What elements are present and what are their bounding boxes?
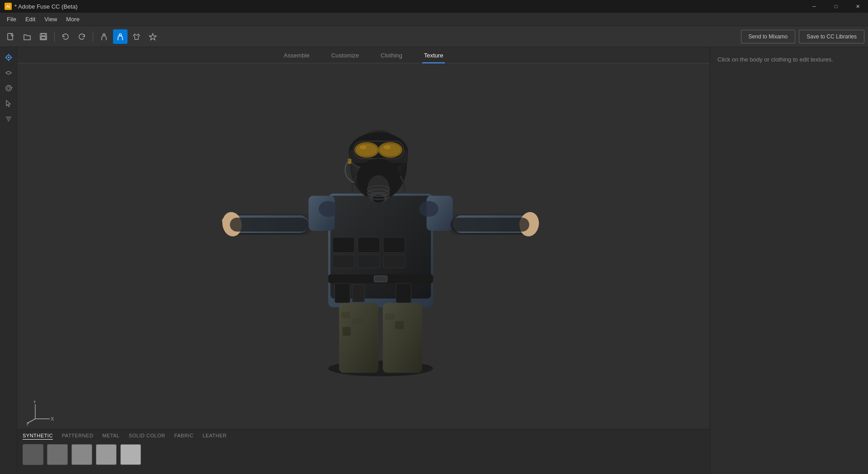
undo-button[interactable] [58, 29, 73, 44]
svg-rect-28 [358, 237, 380, 253]
rotate-icon[interactable] [2, 81, 15, 95]
svg-text:Z: Z [26, 422, 29, 426]
svg-rect-30 [333, 255, 354, 268]
svg-point-56 [356, 144, 377, 156]
svg-rect-36 [352, 284, 364, 302]
swatch-1[interactable] [23, 444, 43, 465]
left-sidebar [0, 47, 17, 474]
swatch-4[interactable] [96, 444, 117, 465]
svg-rect-47 [385, 314, 395, 320]
svg-text:Y: Y [33, 401, 37, 404]
character-model [209, 115, 552, 377]
select-icon[interactable] [2, 97, 15, 110]
toolbar: Send to Mixamo Save to CC Libraries [0, 26, 868, 47]
viewport[interactable]: Y Z X [17, 63, 710, 429]
svg-rect-48 [395, 321, 404, 329]
separator-1 [54, 31, 55, 42]
save-to-cc-button[interactable]: Save to CC Libraries [799, 30, 864, 43]
maximize-button[interactable]: □ [826, 0, 846, 13]
snap-icon[interactable] [2, 51, 15, 64]
send-to-mixamo-button[interactable]: Send to Mixamo [741, 30, 796, 43]
menu-more[interactable]: More [61, 14, 84, 24]
texture-tab-fabric[interactable]: FABRIC [174, 433, 193, 440]
texture-tab-patterned[interactable]: PATTERNED [62, 433, 94, 440]
tab-clothing[interactable]: Clothing [379, 48, 404, 63]
svg-rect-40 [230, 218, 309, 232]
active-mode-button[interactable] [113, 29, 127, 44]
svg-rect-3 [41, 37, 46, 39]
morph-icon[interactable] [2, 66, 15, 80]
window-controls[interactable]: ─ □ ✕ [804, 0, 868, 13]
svg-rect-35 [335, 283, 350, 303]
swatch-5[interactable] [120, 444, 141, 465]
svg-rect-37 [396, 283, 411, 303]
tab-assemble[interactable]: Assemble [282, 48, 311, 63]
clothing-button[interactable] [129, 29, 144, 44]
texture-tab-metal[interactable]: METAL [102, 433, 119, 440]
menu-bar: File Edit View More [0, 13, 868, 26]
svg-rect-43 [383, 303, 422, 373]
texture-tabs: SYNTHETIC PATTERNED METAL SOLID COLOR FA… [23, 433, 704, 440]
close-button[interactable]: ✕ [847, 0, 868, 13]
tab-bar: Assemble Customize Clothing Texture [17, 47, 710, 63]
svg-point-14 [7, 87, 10, 90]
title-text: * Adobe Fuse CC (Beta) [14, 3, 77, 10]
svg-point-69 [419, 201, 439, 217]
svg-rect-27 [333, 237, 354, 253]
separator-2 [93, 31, 93, 42]
svg-rect-2 [42, 33, 45, 36]
svg-rect-31 [358, 255, 380, 268]
body-mode-button[interactable] [97, 29, 111, 44]
redo-button[interactable] [75, 29, 89, 44]
app-icon: Ai [5, 3, 12, 10]
minimize-button[interactable]: ─ [804, 0, 825, 13]
viewport-container: Assemble Customize Clothing Texture [17, 47, 710, 474]
svg-point-58 [360, 145, 367, 150]
menu-view[interactable]: View [40, 14, 61, 24]
favorites-button[interactable] [146, 29, 160, 44]
main-layout: Assemble Customize Clothing Texture [0, 47, 868, 474]
texture-panel: SYNTHETIC PATTERNED METAL SOLID COLOR FA… [17, 429, 710, 474]
tab-texture[interactable]: Texture [422, 48, 445, 63]
swatch-3[interactable] [71, 444, 92, 465]
svg-rect-0 [8, 33, 13, 40]
svg-rect-34 [374, 276, 387, 282]
right-panel: Click on the body or clothing to edit te… [710, 47, 868, 474]
svg-rect-41 [451, 218, 529, 232]
svg-rect-32 [383, 255, 405, 268]
menu-edit[interactable]: Edit [21, 14, 40, 24]
svg-rect-29 [383, 237, 405, 253]
texture-swatches [23, 444, 704, 465]
axes-indicator: Y Z X [26, 401, 58, 423]
open-button[interactable] [20, 29, 34, 44]
svg-point-57 [380, 144, 401, 156]
filter-icon[interactable] [2, 112, 15, 126]
svg-rect-46 [343, 327, 350, 336]
svg-text:X: X [51, 416, 54, 422]
svg-rect-44 [341, 312, 350, 318]
svg-rect-45 [352, 318, 363, 324]
menu-file[interactable]: File [2, 14, 21, 24]
right-panel-hint: Click on the body or clothing to edit te… [717, 56, 861, 63]
texture-tab-synthetic[interactable]: SYNTHETIC [23, 433, 53, 440]
texture-tab-solid-color[interactable]: SOLID COLOR [129, 433, 165, 440]
new-button[interactable] [4, 29, 18, 44]
svg-point-59 [384, 145, 391, 150]
svg-point-68 [319, 201, 338, 217]
save-button[interactable] [36, 29, 51, 44]
toolbar-actions: Send to Mixamo Save to CC Libraries [741, 30, 864, 43]
tab-customize[interactable]: Customize [330, 48, 361, 63]
title-bar: Ai * Adobe Fuse CC (Beta) ─ □ ✕ [0, 0, 868, 13]
swatch-2[interactable] [47, 444, 68, 465]
svg-point-8 [8, 57, 9, 58]
texture-tab-leather[interactable]: LEATHER [203, 433, 226, 440]
